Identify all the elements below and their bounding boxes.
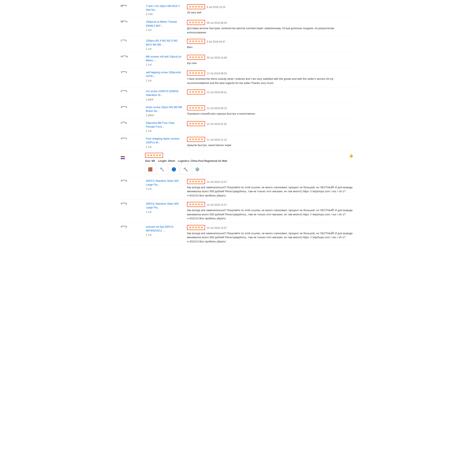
product-info: M8 screws m8 bolt 10pcs/Lot Metric ... 1… — [144, 55, 186, 66]
image-thumb-4[interactable]: 🔨 — [180, 164, 191, 175]
star-1: ★ — [189, 5, 192, 8]
review-header: ★★★★★ 12 Jul 2018 08:03 — [187, 70, 354, 76]
image-thumb-2[interactable]: 🔧 — [157, 164, 167, 175]
star-4: ★ — [198, 5, 201, 8]
stars-box: ★★★★★ — [187, 202, 205, 207]
review-content: ★★★★★ 14 Jul 2018 13:47 Как всегда всё з… — [186, 225, 355, 244]
star-4: ★ — [198, 203, 201, 206]
star-3: ★ — [195, 180, 198, 183]
review-header: ★★★★★ 14 Jul 2018 13:47 — [187, 179, 354, 185]
product-link[interactable]: 100pcs/Lot Metric Thread DIN912 M3*... — [146, 20, 177, 27]
lot-info: 1 Lot — [146, 63, 184, 66]
lot-info: 1 Lot — [146, 29, 184, 32]
review-text: Как всегда всё замечательно!!! Покупайте… — [187, 185, 354, 198]
product-link[interactable]: brass screw 20pcs M3 M5 M6 Brass Se... — [146, 105, 182, 113]
review-row: A***v Free shipping Nylon screws 100Pcs … — [119, 135, 357, 151]
expanded-star-4: ★ — [155, 154, 158, 157]
star-2: ★ — [192, 21, 195, 24]
expanded-star-1: ★ — [147, 154, 150, 157]
star-2: ★ — [192, 203, 195, 206]
expanded-user — [121, 153, 144, 159]
star-2: ★ — [192, 138, 195, 141]
expanded-stars-box: ★ ★ ★ ★ ★ — [145, 153, 163, 158]
review-list: M***r T-slot t nut 10pcs M6-M16 T-Slot N… — [119, 0, 357, 248]
star-4: ★ — [198, 180, 201, 183]
flag-icon — [121, 156, 125, 159]
star-3: ★ — [195, 106, 198, 110]
star-4: ★ — [198, 40, 201, 43]
review-content: ★★★★★ 14 Jul 2018 13:47 Как всегда всё з… — [186, 179, 355, 198]
star-3: ★ — [195, 21, 198, 24]
review-header: ★★★★★ 14 Jul 2018 13:47 — [187, 202, 354, 208]
review-date: 12 Jul 2018 08:03 — [207, 72, 227, 75]
review-header: ★★★★★ 12 Jul 2018 01:35 — [187, 121, 354, 127]
review-rows-container: M***r T-slot t nut 10pcs M6-M16 T-Slot N… — [119, 2, 357, 151]
star-3: ★ — [195, 90, 198, 94]
product-link[interactable]: schroef m4 flat 20PCS-M4*6/8/10/12 ... — [146, 225, 174, 232]
size-label: Size: M5 — [145, 159, 155, 162]
star-1: ★ — [189, 138, 192, 141]
expanded-content: ★ ★ ★ ★ ★ 👍 Size: M5 Length: 20mm Logist… — [144, 153, 355, 175]
product-link[interactable]: Free shipping Nylon screws 100Pcs M... — [146, 137, 179, 144]
stars-box: ★★★★★ — [187, 4, 205, 9]
review-text: Bien. — [187, 45, 354, 49]
review-header: ★★★★★ 05 Jul 2018 15:49 — [187, 55, 354, 61]
star-1: ★ — [189, 56, 192, 59]
product-link[interactable]: T-slot t nut 10pcs M6-M16 T-Slot Nu... — [146, 4, 181, 11]
review-header: ★★★★★ 11 Jul 2018 21:14 — [187, 137, 354, 143]
review-content: ★★★★★ 14 Jul 2018 13:47 Как всегда всё з… — [186, 202, 355, 221]
review-header: ★★★★★ 06 Jul 2018 08:29 — [187, 20, 354, 26]
review-text: top man — [187, 61, 354, 65]
star-3: ★ — [195, 56, 198, 59]
lot-info: 1 Lot — [146, 145, 184, 148]
stars-box: ★★★★★ — [187, 70, 205, 76]
star-2: ★ — [192, 40, 195, 43]
star-3: ★ — [195, 71, 198, 75]
image-thumb-3[interactable]: 🔵 — [169, 164, 179, 175]
reviewer-username: A***v — [121, 137, 144, 140]
product-link[interactable]: m2 screw 100PCS DIN916 Stainless St... — [146, 90, 178, 97]
product-info: 100pcs M1.6 M2 M2.5 M3 M3.5 M4 M5 ... 1 … — [144, 39, 186, 50]
star-2: ★ — [192, 71, 195, 75]
image-thumb-5[interactable]: ⚙️ — [192, 164, 203, 175]
review-date: 0 Jul 2018 04:47 — [207, 40, 225, 43]
star-1: ★ — [189, 71, 192, 75]
repeat-review-rows-container: A***y 30PCS Stainless Steel 304 Large Fl… — [119, 177, 357, 246]
star-1: ★ — [189, 90, 192, 94]
review-row: A***y 30PCS Stainless Steel 304 Large Fl… — [119, 177, 357, 200]
helpful-button[interactable]: 👍 — [349, 154, 354, 158]
review-row: M***v 100pcs/Lot Metric Thread DIN912 M3… — [119, 18, 357, 37]
product-link[interactable]: 100pcs M1.6 M2 M2.5 M3 M3.5 M4 M5 ... — [146, 39, 177, 46]
review-header: ★★★★★ 6 Jul 2018 15:24 — [187, 4, 354, 10]
review-header: ★★★★★ 12 Jul 2018 06:41 — [187, 89, 354, 95]
star-2: ★ — [192, 5, 195, 8]
star-5: ★ — [201, 180, 203, 183]
product-info: 20PCS Stainless Steel 304 Large Fla... 1… — [144, 202, 186, 213]
product-link[interactable]: 30PCS Stainless Steel 304 Large Fla... — [146, 179, 179, 186]
reviewer-username: C***s — [121, 89, 144, 93]
product-link[interactable]: 50pcs/lot M6 Four Claw Female Furni... — [146, 121, 175, 128]
image-thumb-1[interactable]: 🟫 — [145, 164, 155, 175]
product-link[interactable]: M8 screws m8 bolt 10pcs/Lot Metric ... — [146, 55, 181, 62]
review-date: 05 Jul 2018 15:49 — [207, 56, 227, 59]
stars-box: ★★★★★ — [187, 55, 205, 60]
review-text: Как всегда всё замечательно!!! Покупайте… — [187, 208, 354, 221]
star-1: ★ — [189, 180, 192, 183]
star-5: ★ — [201, 56, 203, 59]
product-link[interactable]: self tapping screw 100pcs/lot m3*6/... — [146, 71, 181, 78]
star-4: ★ — [198, 71, 201, 75]
stars-box: ★★★★★ — [187, 225, 205, 230]
product-info: T-slot t nut 10pcs M6-M16 T-Slot Nu... 2… — [144, 4, 186, 16]
star-4: ★ — [198, 90, 201, 94]
review-content: ★★★★★ 06 Jul 2018 08:29 Доставка вполне … — [186, 20, 355, 34]
review-text: Доставка вполне быстрая, количество винт… — [187, 26, 354, 34]
reviewer-username: M***r — [121, 4, 144, 7]
length-label: Length: 20mm — [158, 159, 175, 162]
product-link[interactable]: 20PCS Stainless Steel 304 Large Fla... — [146, 202, 179, 209]
star-5: ★ — [201, 138, 203, 141]
reviewer-username: m***a — [121, 55, 144, 58]
product-info: Free shipping Nylon screws 100Pcs M... 1… — [144, 137, 186, 148]
star-1: ★ — [189, 21, 192, 24]
star-5: ★ — [201, 40, 203, 43]
review-date: 12 Jul 2018 05:13 — [207, 107, 227, 110]
